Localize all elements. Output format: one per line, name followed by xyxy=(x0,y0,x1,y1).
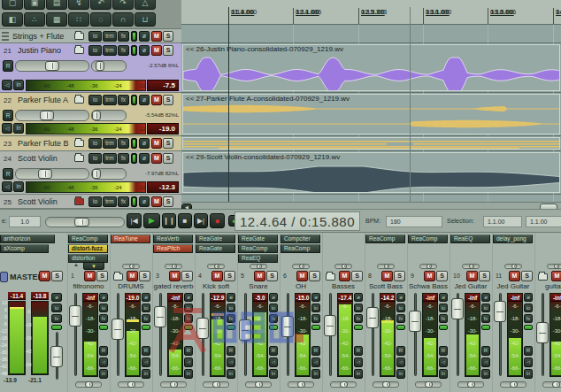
channel-fx-enable[interactable] xyxy=(269,325,278,330)
channel-ø-button[interactable]: ø xyxy=(142,293,150,302)
channel-recarm-button[interactable]: R xyxy=(227,346,235,356)
channel-width-slider[interactable] xyxy=(250,264,267,269)
track-trm-button[interactable]: trm xyxy=(103,138,117,149)
open-project-icon[interactable]: ▣ xyxy=(24,0,45,10)
pan-slider-handle[interactable] xyxy=(340,381,348,388)
channel-solo-button[interactable]: S xyxy=(224,271,235,281)
channel-fx-slot[interactable]: ReaComp xyxy=(238,244,278,253)
mouse-pointer-icon[interactable]: ◧ xyxy=(2,12,23,27)
channel-recarm-button[interactable]: R xyxy=(184,346,193,356)
pan-slider-handle[interactable] xyxy=(255,381,263,388)
channel-fx-enable[interactable] xyxy=(481,325,490,330)
channel-monitor-button[interactable]: in xyxy=(227,369,235,379)
channel-ø-button[interactable]: ø xyxy=(184,293,193,302)
pan-slider-handle[interactable] xyxy=(382,381,390,388)
channel-pan-slider[interactable] xyxy=(75,381,102,388)
track-phase-button[interactable]: ø xyxy=(139,95,150,105)
channel-io-button[interactable]: io xyxy=(354,304,363,312)
rate-field[interactable]: 1.0 xyxy=(9,216,41,227)
media-item[interactable]: << 27-Parker Flute A-consolidated-070929… xyxy=(182,94,560,135)
master-fader[interactable] xyxy=(50,346,63,367)
channel-mute-button[interactable]: M xyxy=(551,271,561,281)
channel-name[interactable]: Snare xyxy=(238,282,279,290)
edit-cursor[interactable] xyxy=(228,7,229,202)
track-row[interactable]: 22Parker Flute AiotrmfxøMSR-5.54dB 82%L◁… xyxy=(0,93,181,136)
channel-speaker-button[interactable]: ◁ xyxy=(311,357,320,367)
track-phase-button[interactable]: ø xyxy=(139,196,150,207)
channel-io-button[interactable]: io xyxy=(396,304,405,312)
channel-ø-button[interactable]: ø xyxy=(396,293,405,302)
channel-fx-slot[interactable]: ReaEQ xyxy=(238,254,278,263)
channel-mute-button[interactable]: M xyxy=(84,271,96,281)
channel-io-button[interactable]: io xyxy=(481,304,490,312)
track-mute-button[interactable]: M xyxy=(151,138,162,149)
fx-scroll-up-icon[interactable]: ▲ xyxy=(73,262,79,267)
track-row[interactable]: 21Justin PianoiotrmfxøMSR-2.57dB 6%L◁in-… xyxy=(0,43,181,93)
settings-wrench-icon[interactable]: ↯ xyxy=(68,0,89,10)
channel-io-button[interactable]: io xyxy=(269,304,278,312)
pan-slider-handle[interactable] xyxy=(552,381,560,388)
track-name[interactable]: Parker Flute A xyxy=(18,96,68,104)
track-speaker-button[interactable]: ◁ xyxy=(2,123,12,134)
selection-start-field[interactable]: 1.1.00 xyxy=(483,216,522,227)
channel-recarm-button[interactable]: R xyxy=(481,346,490,356)
channel-fx-slot[interactable]: Compciter xyxy=(280,234,320,243)
master-fx-button[interactable]: fx xyxy=(51,314,62,323)
track-solo-button[interactable]: S xyxy=(163,45,173,56)
channel-solo-button[interactable]: S xyxy=(96,271,108,281)
track-fx-button[interactable]: fx xyxy=(118,45,129,56)
channel-solo-button[interactable]: S xyxy=(309,271,320,281)
track-fx-button[interactable]: fx xyxy=(118,31,129,42)
channel-fader[interactable] xyxy=(409,311,421,332)
ripple-edit-icon[interactable]: ◌ xyxy=(90,12,111,27)
channel-width-slider[interactable] xyxy=(419,264,437,269)
channel-recarm-button[interactable]: R xyxy=(99,346,108,356)
track-phase-button[interactable]: ø xyxy=(139,45,150,56)
channel-monitor-button[interactable]: in xyxy=(184,369,193,379)
track-speaker-button[interactable]: ◁ xyxy=(2,80,12,90)
channel-ø-button[interactable]: ø xyxy=(481,293,490,302)
channel-io-button[interactable]: io xyxy=(311,304,320,312)
selection-end-field[interactable]: 1.1.00 xyxy=(526,216,561,227)
undo-icon[interactable]: ↶ xyxy=(90,0,111,10)
pause-button[interactable]: ❙❙ xyxy=(162,213,176,228)
track-mute-button[interactable]: M xyxy=(151,45,162,56)
channel-width-slider[interactable] xyxy=(292,264,310,269)
channel-width-slider[interactable] xyxy=(334,264,352,269)
channel-solo-button[interactable]: S xyxy=(436,271,448,281)
master-fx-slot[interactable]: anthorizon xyxy=(0,234,55,243)
channel-fx-enable[interactable] xyxy=(227,325,235,330)
channel-io-button[interactable]: io xyxy=(439,304,448,312)
channel-fx-button[interactable]: fx xyxy=(142,314,150,323)
item-grouping-icon[interactable]: ∴ xyxy=(24,12,45,27)
channel-speaker-button[interactable]: ◁ xyxy=(439,357,448,367)
channel-pan-slider[interactable] xyxy=(288,381,314,388)
channel-fx-slot[interactable]: ReaVerb xyxy=(153,234,193,243)
channel-fader[interactable] xyxy=(324,315,336,336)
channel-fx-slot[interactable]: ReaGate xyxy=(196,234,235,243)
track-mute-button[interactable]: M xyxy=(151,153,162,164)
track-recarm-button[interactable]: R xyxy=(3,168,13,180)
channel-monitor-button[interactable]: in xyxy=(439,369,448,379)
channel-speaker-button[interactable]: ◁ xyxy=(524,357,533,367)
track-io-button[interactable]: io xyxy=(88,31,102,42)
channel-solo-button[interactable]: S xyxy=(351,271,363,281)
track-trm-button[interactable]: trm xyxy=(103,31,117,42)
channel-name[interactable]: Basses xyxy=(323,282,364,290)
width-slider-handle[interactable] xyxy=(299,264,304,269)
volume-slider-handle[interactable] xyxy=(40,111,54,120)
pan-slider-handle[interactable] xyxy=(170,381,178,388)
track-drag-handle[interactable] xyxy=(2,32,9,41)
track-row[interactable]: 24Scott VioliniotrmfxøMSR-7.97dB 82%L◁in… xyxy=(0,151,181,195)
channel-name[interactable]: OH xyxy=(280,282,321,290)
track-monitor-button[interactable]: in xyxy=(13,123,24,134)
width-slider-handle[interactable] xyxy=(554,264,559,269)
channel-mute-button[interactable]: M xyxy=(254,271,265,281)
channel-name[interactable]: guitars xyxy=(535,282,561,290)
track-solo-button[interactable]: S xyxy=(163,196,173,207)
width-slider-handle[interactable] xyxy=(342,264,347,269)
channel-fx-button[interactable]: fx xyxy=(269,314,278,323)
track-solo-button[interactable]: S xyxy=(163,138,173,149)
channel-speaker-button[interactable]: ◁ xyxy=(481,357,490,367)
channel-width-slider[interactable] xyxy=(207,264,225,269)
